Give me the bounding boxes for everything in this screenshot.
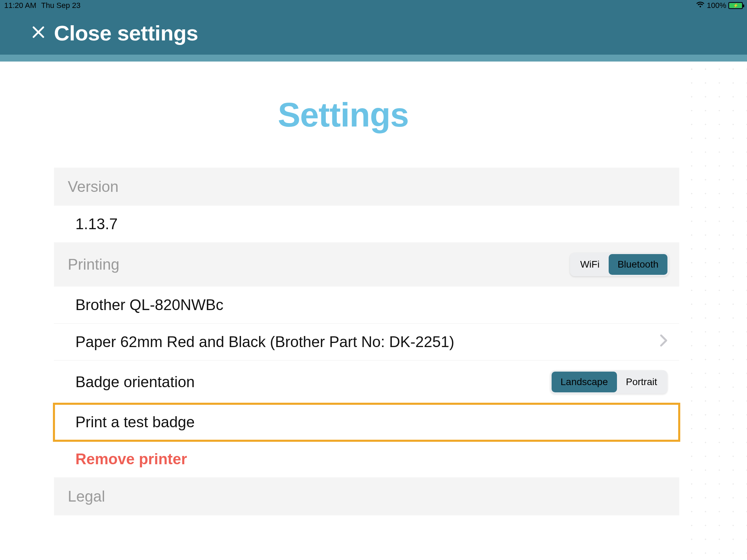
remove-printer-row[interactable]: Remove printer bbox=[54, 441, 679, 477]
orientation-label: Badge orientation bbox=[75, 373, 195, 391]
segment-wifi[interactable]: WiFi bbox=[571, 254, 609, 275]
settings-panel: Settings Version 1.13.7 Printing WiFi Bl… bbox=[0, 62, 686, 560]
wifi-icon bbox=[696, 1, 705, 10]
battery-icon: ⚡ bbox=[728, 2, 743, 9]
close-icon[interactable] bbox=[31, 25, 46, 41]
connection-segmented: WiFi Bluetooth bbox=[570, 253, 669, 276]
section-header-legal-label: Legal bbox=[68, 488, 105, 505]
paper-label: Paper 62mm Red and Black (Brother Part N… bbox=[75, 333, 454, 351]
printer-name-row[interactable]: Brother QL-820NWBc bbox=[54, 287, 679, 324]
print-test-badge-row[interactable]: Print a test badge bbox=[54, 404, 679, 441]
status-bar: 11:20 AM Thu Sep 23 100% ⚡ bbox=[0, 0, 747, 11]
printer-name: Brother QL-820NWBc bbox=[75, 296, 223, 314]
status-date: Thu Sep 23 bbox=[41, 1, 81, 10]
remove-printer-label: Remove printer bbox=[75, 450, 187, 468]
close-settings-label: Close settings bbox=[54, 21, 198, 45]
battery-percent: 100% bbox=[707, 1, 726, 10]
segment-landscape[interactable]: Landscape bbox=[552, 372, 617, 392]
nav-accent-bar bbox=[0, 55, 747, 62]
section-header-printing-label: Printing bbox=[68, 256, 119, 273]
orientation-row: Badge orientation Landscape Portrait bbox=[54, 361, 679, 404]
section-header-version: Version bbox=[54, 168, 679, 206]
paper-row[interactable]: Paper 62mm Red and Black (Brother Part N… bbox=[54, 324, 679, 361]
close-settings-bar[interactable]: Close settings bbox=[0, 11, 747, 55]
page-title: Settings bbox=[0, 95, 686, 134]
segment-bluetooth[interactable]: Bluetooth bbox=[609, 254, 667, 275]
status-time: 11:20 AM bbox=[4, 1, 36, 10]
section-header-legal: Legal bbox=[54, 477, 679, 515]
chevron-right-icon bbox=[660, 333, 667, 351]
section-header-version-label: Version bbox=[68, 178, 119, 195]
section-header-printing: Printing WiFi Bluetooth bbox=[54, 242, 679, 287]
print-test-badge-label: Print a test badge bbox=[75, 413, 195, 431]
version-row: 1.13.7 bbox=[54, 206, 679, 242]
segment-portrait[interactable]: Portrait bbox=[617, 372, 666, 392]
version-value: 1.13.7 bbox=[75, 215, 118, 233]
orientation-segmented: Landscape Portrait bbox=[550, 370, 667, 394]
